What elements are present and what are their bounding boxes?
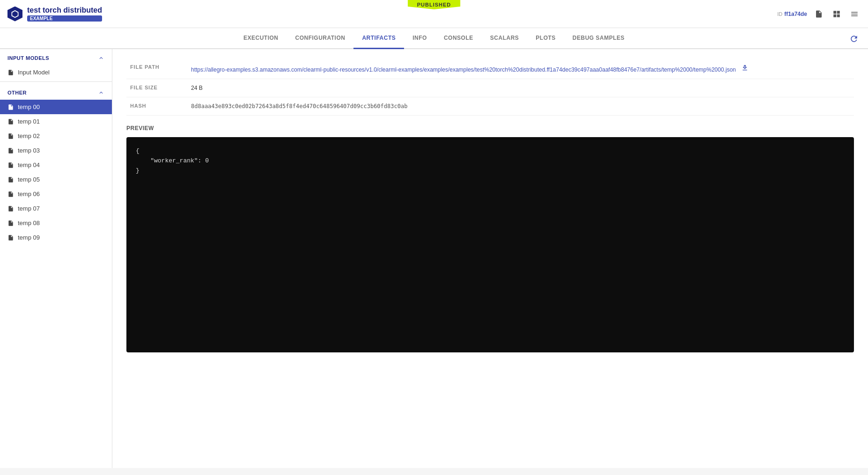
top-bar-actions: ID ff1a74de: [777, 8, 861, 20]
preview-section: PREVIEW { "worker_rank": 0 }: [112, 125, 868, 362]
app-logo-icon: [7, 7, 22, 22]
sidebar-section-other: OTHER: [0, 84, 112, 100]
layout-button[interactable]: [831, 8, 843, 20]
sidebar-item-temp-00[interactable]: temp 00: [0, 100, 112, 114]
sidebar-divider: [0, 81, 112, 82]
file-path-label: FILE PATH: [126, 58, 187, 79]
file-icon: [7, 69, 14, 76]
file-icon-6: [7, 191, 14, 197]
sidebar-item-label-temp-05: temp 05: [18, 176, 40, 183]
sidebar-item-label-temp-06: temp 06: [18, 190, 40, 197]
sidebar: INPUT MODELS Input Model OTHER temp 00 t…: [0, 49, 112, 468]
sidebar-item-label-temp-09: temp 09: [18, 234, 40, 241]
app-logo-area: test torch distributed EXAMPLE: [7, 6, 777, 22]
sidebar-item-label-temp-08: temp 08: [18, 219, 40, 227]
sidebar-item-input-model-label: Input Model: [18, 69, 50, 76]
content-area: FILE PATH https://allegro-examples.s3.am…: [112, 49, 868, 468]
tab-console[interactable]: CONSOLE: [435, 28, 482, 49]
notes-button[interactable]: [813, 8, 825, 20]
sidebar-item-temp-08[interactable]: temp 08: [0, 216, 112, 230]
file-path-url[interactable]: https://allegro-examples.s3.amazonaws.co…: [191, 66, 736, 73]
file-path-row: FILE PATH https://allegro-examples.s3.am…: [126, 58, 854, 79]
menu-button[interactable]: [848, 8, 861, 20]
file-size-row: FILE SIZE 24 B: [126, 79, 854, 97]
sidebar-item-label-temp-01: temp 01: [18, 118, 40, 125]
app-title-block: test torch distributed EXAMPLE: [27, 6, 102, 22]
sidebar-section-label-input-models: INPUT MODELS: [7, 55, 49, 61]
preview-label: PREVIEW: [126, 125, 854, 132]
file-icon-5: [7, 176, 14, 183]
preview-code: { "worker_rank": 0 }: [126, 137, 854, 352]
sidebar-item-temp-07[interactable]: temp 07: [0, 201, 112, 216]
meta-table: FILE PATH https://allegro-examples.s3.am…: [126, 58, 854, 116]
sidebar-item-temp-06[interactable]: temp 06: [0, 187, 112, 201]
task-id-value: ff1a74de: [784, 11, 807, 17]
sidebar-item-temp-01[interactable]: temp 01: [0, 114, 112, 129]
file-icon-3: [7, 147, 14, 154]
sidebar-item-temp-02[interactable]: temp 02: [0, 129, 112, 143]
tab-scalars[interactable]: SCALARS: [482, 28, 528, 49]
file-icon-7: [7, 205, 14, 212]
nav-tabs: EXECUTION CONFIGURATION ARTIFACTS INFO C…: [0, 28, 868, 49]
tab-artifacts[interactable]: ARTIFACTS: [353, 28, 404, 49]
task-id: ID ff1a74de: [777, 11, 807, 17]
file-icon-1: [7, 118, 14, 125]
file-icon-2: [7, 133, 14, 139]
sidebar-item-label-temp-02: temp 02: [18, 132, 40, 139]
file-icon-0: [7, 104, 14, 110]
sidebar-section-input-models: INPUT MODELS: [0, 49, 112, 65]
file-icon-8: [7, 220, 14, 227]
sidebar-item-label-temp-00: temp 00: [18, 103, 40, 110]
sidebar-item-label-temp-07: temp 07: [18, 205, 40, 212]
file-size-label: FILE SIZE: [126, 79, 187, 97]
sidebar-item-temp-09[interactable]: temp 09: [0, 230, 112, 245]
sidebar-item-temp-05[interactable]: temp 05: [0, 172, 112, 187]
sidebar-item-label-temp-03: temp 03: [18, 147, 40, 154]
hash-label: HASH: [126, 97, 187, 116]
app-badge: EXAMPLE: [27, 15, 102, 22]
tab-info[interactable]: INFO: [404, 28, 435, 49]
task-id-label: ID: [777, 11, 782, 17]
collapse-icon-other[interactable]: [98, 89, 104, 96]
file-icon-9: [7, 234, 14, 241]
tab-execution[interactable]: EXECUTION: [235, 28, 287, 49]
sidebar-item-temp-04[interactable]: temp 04: [0, 158, 112, 172]
hash-value: 8d8aaa43e893c0ed02b72643a8d5f8f4ed470c64…: [191, 103, 407, 110]
main-layout: INPUT MODELS Input Model OTHER temp 00 t…: [0, 49, 868, 468]
tab-plots[interactable]: PLOTS: [527, 28, 564, 49]
top-bar: test torch distributed EXAMPLE PUBLISHED…: [0, 0, 868, 28]
app-title: test torch distributed: [27, 6, 102, 15]
sidebar-item-input-model[interactable]: Input Model: [0, 65, 112, 80]
file-size-value: 24 B: [191, 85, 203, 91]
file-icon-4: [7, 162, 14, 168]
hash-row: HASH 8d8aaa43e893c0ed02b72643a8d5f8f4ed4…: [126, 97, 854, 116]
refresh-button[interactable]: [847, 32, 861, 45]
sidebar-section-label-other: OTHER: [7, 90, 27, 95]
tab-debug-samples[interactable]: DEBUG SAMPLES: [564, 28, 633, 49]
sidebar-item-temp-03[interactable]: temp 03: [0, 143, 112, 158]
download-button[interactable]: [741, 64, 749, 72]
tab-configuration[interactable]: CONFIGURATION: [287, 28, 354, 49]
sidebar-item-label-temp-04: temp 04: [18, 161, 40, 168]
artifact-detail: FILE PATH https://allegro-examples.s3.am…: [112, 49, 868, 125]
collapse-icon[interactable]: [98, 55, 104, 61]
